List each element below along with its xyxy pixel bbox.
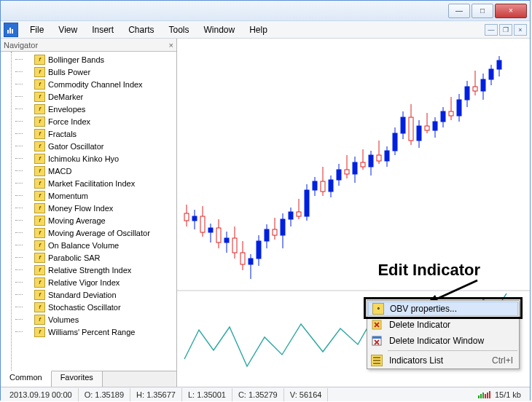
tree-item[interactable]: fDeMarker — [5, 90, 176, 103]
svg-rect-5 — [184, 213, 189, 221]
navigator-tab-common[interactable]: Common — [1, 371, 52, 387]
menu-charts[interactable]: Charts — [121, 23, 161, 36]
status-datetime: 2013.09.19 00:00 — [4, 388, 79, 401]
indicator-icon: f — [34, 203, 45, 213]
svg-rect-19 — [240, 253, 245, 264]
navigator-panel: Navigator × fBollinger BandsfBulls Power… — [1, 39, 177, 387]
tree-item-label: Ichimoku Kinko Hyo — [48, 154, 119, 163]
menu-insert[interactable]: Insert — [85, 23, 121, 36]
delete-icon — [371, 319, 383, 331]
tree-item[interactable]: fMarket Facilitation Index — [5, 177, 176, 189]
tree-item-label: Williams' Percent Range — [48, 328, 135, 336]
svg-rect-11 — [208, 228, 213, 232]
menu-window[interactable]: Window — [197, 23, 243, 36]
svg-rect-17 — [232, 238, 237, 253]
indicator-icon: f — [34, 154, 45, 164]
ctx-obv-properties[interactable]: ⚬ OBV properties... — [368, 302, 518, 316]
navigator-header: Navigator × — [1, 39, 176, 52]
indicator-icon: f — [34, 265, 45, 275]
navigator-close-button[interactable]: × — [169, 41, 173, 50]
indicator-icon: f — [34, 117, 45, 127]
tree-item[interactable]: fRelative Vigor Index — [5, 276, 176, 288]
svg-rect-81 — [489, 69, 493, 79]
tree-item[interactable]: fRelative Strength Index — [5, 264, 176, 276]
status-close: C: 1.35279 — [232, 388, 284, 401]
indicator-icon: f — [34, 327, 45, 337]
tree-item[interactable]: fWilliams' Percent Range — [5, 326, 176, 338]
svg-rect-83 — [497, 60, 501, 69]
menu-tools[interactable]: Tools — [162, 23, 197, 36]
indicator-icon: f — [34, 240, 45, 251]
tree-item[interactable]: fGator Oscillator — [5, 140, 176, 152]
svg-rect-61 — [409, 117, 413, 141]
svg-rect-51 — [369, 155, 373, 167]
tree-item-label: On Balance Volume — [48, 241, 119, 250]
svg-rect-1 — [9, 28, 11, 34]
mdi-restore-button[interactable]: ❐ — [499, 24, 512, 36]
svg-rect-79 — [481, 79, 485, 91]
tree-item-label: Relative Strength Index — [48, 266, 131, 275]
svg-rect-73 — [457, 100, 461, 116]
tree-item[interactable]: fIchimoku Kinko Hyo — [5, 152, 176, 165]
tree-item[interactable]: fFractals — [5, 127, 176, 140]
tree-item-label: Bulls Power — [48, 68, 90, 76]
tree-item[interactable]: fMoving Average of Oscillator — [5, 226, 176, 239]
svg-rect-27 — [273, 229, 277, 235]
svg-rect-67 — [433, 122, 437, 130]
svg-rect-47 — [353, 162, 357, 174]
menu-file[interactable]: File — [23, 23, 51, 36]
navigator-tree[interactable]: fBollinger BandsfBulls PowerfCommodity C… — [1, 52, 176, 371]
indicator-icon: f — [34, 55, 45, 65]
svg-rect-71 — [449, 111, 453, 116]
tree-item[interactable]: fVolumes — [5, 313, 176, 326]
indicator-icon: f — [34, 277, 45, 288]
tree-item[interactable]: fBollinger Bands — [5, 53, 176, 66]
tree-item-label: Moving Average — [48, 216, 106, 225]
tree-item-label: Standard Deviation — [48, 291, 117, 299]
window-maximize-button[interactable]: □ — [472, 4, 493, 18]
svg-rect-49 — [361, 162, 365, 167]
tree-item[interactable]: fStochastic Oscillator — [5, 301, 176, 313]
navigator-title: Navigator — [4, 41, 38, 50]
tree-item[interactable]: fCommodity Channel Index — [5, 78, 176, 90]
tree-item[interactable]: fBulls Power — [5, 66, 176, 78]
ctx-delete-indicator-window[interactable]: Delete Indicator Window — [367, 333, 519, 349]
tree-item[interactable]: fMoving Average — [5, 214, 176, 226]
tree-item-label: Relative Vigor Index — [48, 278, 120, 287]
tree-item[interactable]: fParabolic SAR — [5, 251, 176, 264]
tree-item[interactable]: fStandard Deviation — [5, 288, 176, 301]
mdi-close-button[interactable]: × — [514, 24, 527, 36]
indicator-icon: f — [34, 191, 45, 201]
tree-item-label: Market Facilitation Index — [48, 179, 135, 188]
tree-item[interactable]: fForce Index — [5, 115, 176, 127]
indicator-icon: f — [34, 290, 45, 300]
tree-item-label: Money Flow Index — [48, 204, 113, 213]
tree-item[interactable]: fMoney Flow Index — [5, 202, 176, 214]
ctx-indicators-list[interactable]: Indicators List Ctrl+I — [367, 352, 519, 368]
tree-item[interactable]: fMACD — [5, 165, 176, 177]
indicator-icon: f — [34, 166, 45, 176]
svg-rect-59 — [401, 117, 405, 133]
tree-item[interactable]: fOn Balance Volume — [5, 239, 176, 251]
svg-rect-57 — [393, 133, 397, 151]
mdi-minimize-button[interactable]: — — [485, 24, 498, 36]
tree-item-label: Gator Oscillator — [48, 142, 103, 151]
tree-item-label: Envelopes — [48, 105, 85, 114]
svg-rect-39 — [321, 181, 325, 192]
svg-rect-37 — [313, 181, 317, 190]
tree-item[interactable]: fMomentum — [5, 189, 176, 202]
svg-rect-41 — [329, 180, 333, 192]
tree-item-label: MACD — [48, 167, 71, 176]
ctx-delete-indicator[interactable]: Delete Indicator — [367, 317, 519, 333]
indicator-icon: f — [34, 141, 45, 151]
tree-item[interactable]: fEnvelopes — [5, 103, 176, 115]
window-minimize-button[interactable]: — — [448, 4, 470, 18]
svg-rect-9 — [200, 216, 205, 232]
status-volume: V: 56164 — [284, 388, 329, 401]
menu-help[interactable]: Help — [242, 23, 275, 36]
navigator-tab-favorites[interactable]: Favorites — [52, 371, 103, 387]
window-close-button[interactable]: × — [495, 4, 527, 18]
indicator-icon: f — [34, 315, 45, 325]
menu-view[interactable]: View — [51, 23, 85, 36]
svg-rect-2 — [12, 29, 13, 34]
